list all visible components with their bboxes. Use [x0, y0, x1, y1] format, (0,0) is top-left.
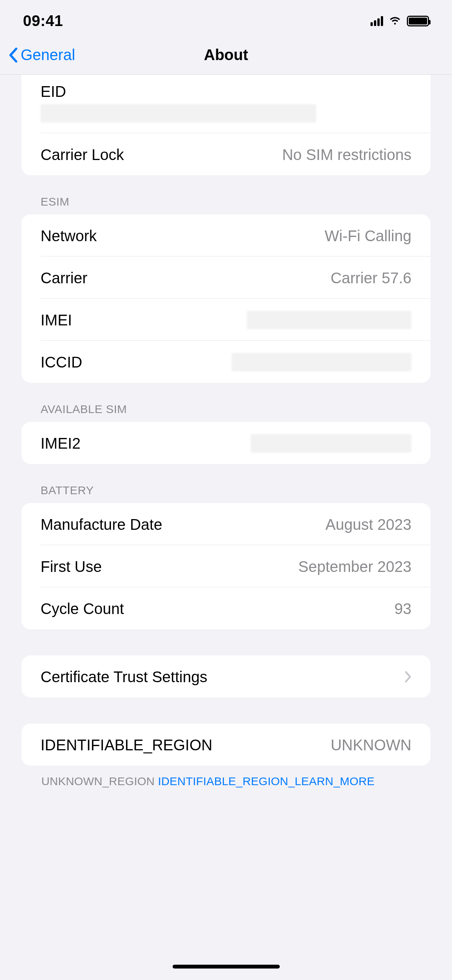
- region-value: UNKNOWN: [331, 737, 411, 754]
- cycle-count-value: 93: [395, 600, 412, 617]
- region-learn-more-link[interactable]: IDENTIFIABLE_REGION_LEARN_MORE: [158, 775, 375, 787]
- available-sim-header: AVAILABLE SIM: [21, 383, 431, 422]
- iccid-label: ICCID: [41, 354, 82, 371]
- chevron-right-icon: [405, 671, 411, 683]
- battery-group: Manufacture Date August 2023 First Use S…: [21, 503, 431, 629]
- manufacture-date-row[interactable]: Manufacture Date August 2023: [21, 503, 431, 545]
- imei-label: IMEI: [41, 312, 72, 329]
- network-label: Network: [41, 227, 97, 245]
- cert-group: Certificate Trust Settings: [21, 655, 431, 697]
- imei-value-redacted: [247, 311, 411, 329]
- certificate-trust-row[interactable]: Certificate Trust Settings: [21, 655, 431, 697]
- first-use-value: September 2023: [298, 558, 411, 575]
- carrier-value: Carrier 57.6: [331, 270, 411, 287]
- status-time: 09:41: [23, 12, 63, 29]
- home-indicator[interactable]: [173, 965, 280, 969]
- battery-header: BATTERY: [21, 464, 431, 503]
- eid-label: EID: [41, 83, 66, 100]
- chevron-left-icon: [8, 47, 18, 63]
- available-sim-group: IMEI2: [21, 422, 431, 464]
- iccid-value-redacted: [232, 353, 411, 371]
- imei2-row[interactable]: IMEI2: [21, 422, 431, 464]
- esim-group: Network Wi-Fi Calling Carrier Carrier 57…: [21, 214, 431, 383]
- certificate-trust-label: Certificate Trust Settings: [41, 668, 207, 686]
- cycle-count-label: Cycle Count: [41, 600, 124, 617]
- battery-icon: [407, 16, 429, 26]
- home-indicator-area: [0, 965, 452, 969]
- carrier-row[interactable]: Carrier Carrier 57.6: [21, 256, 431, 299]
- first-use-label: First Use: [41, 558, 102, 575]
- navigation-bar: General About: [0, 36, 452, 75]
- wifi-icon: [388, 15, 401, 28]
- carrier-lock-label: Carrier Lock: [41, 146, 124, 163]
- region-footer: UNKNOWN_REGION IDENTIFIABLE_REGION_LEARN…: [21, 766, 431, 788]
- esim-header: ESIM: [21, 175, 431, 214]
- carrier-lock-value: No SIM restrictions: [282, 146, 411, 163]
- back-button[interactable]: General: [8, 46, 75, 64]
- network-value: Wi-Fi Calling: [325, 227, 411, 245]
- manufacture-date-value: August 2023: [325, 516, 411, 533]
- page-title: About: [204, 46, 248, 64]
- first-use-row[interactable]: First Use September 2023: [21, 545, 431, 587]
- imei2-label: IMEI2: [41, 435, 80, 452]
- status-bar: 09:41: [0, 0, 452, 36]
- network-row[interactable]: Network Wi-Fi Calling: [21, 214, 431, 256]
- cellular-signal-icon: [370, 16, 383, 26]
- region-group: IDENTIFIABLE_REGION UNKNOWN: [21, 724, 431, 766]
- carrier-lock-row[interactable]: Carrier Lock No SIM restrictions: [21, 133, 431, 175]
- manufacture-date-label: Manufacture Date: [41, 516, 162, 533]
- cycle-count-row[interactable]: Cycle Count 93: [21, 587, 431, 629]
- identifiers-group: EID Carrier Lock No SIM restrictions: [21, 75, 431, 175]
- iccid-row[interactable]: ICCID: [21, 341, 431, 383]
- region-row[interactable]: IDENTIFIABLE_REGION UNKNOWN: [21, 724, 431, 766]
- imei2-value-redacted: [251, 434, 411, 452]
- region-footer-text: UNKNOWN_REGION: [41, 775, 158, 787]
- imei-row[interactable]: IMEI: [21, 299, 431, 341]
- eid-value-redacted: [41, 104, 316, 122]
- status-indicators: [370, 15, 429, 28]
- back-label: General: [21, 46, 75, 64]
- carrier-label: Carrier: [41, 270, 87, 287]
- region-label: IDENTIFIABLE_REGION: [41, 737, 212, 754]
- eid-row[interactable]: EID: [21, 75, 431, 133]
